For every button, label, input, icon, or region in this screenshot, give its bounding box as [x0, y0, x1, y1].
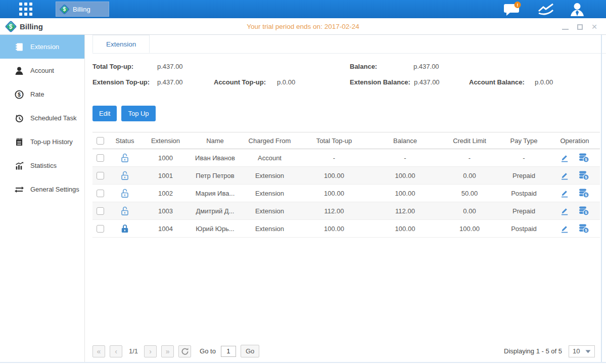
svg-text:!: ! — [517, 3, 519, 8]
account-balance-value: p.0.00 — [535, 78, 553, 86]
total-topup-cell: - — [299, 149, 369, 167]
page-size-value: 10 — [573, 347, 580, 355]
edit-pencil-icon[interactable] — [560, 206, 569, 215]
svg-text:$: $ — [585, 193, 587, 197]
row-checkbox[interactable] — [97, 207, 104, 215]
pagination-bar: « ‹ 1/1 › » Go to Go Displaying 1 - 5 of… — [92, 345, 595, 357]
page-size-select[interactable]: 10 — [569, 345, 595, 357]
credit-limit-cell: - — [441, 149, 498, 167]
extension-balance-label: Extension Balance: — [350, 78, 410, 86]
balance-cell: 100.00 — [369, 167, 441, 185]
sidebar-item-account[interactable]: Account — [0, 59, 84, 82]
topup-coins-icon[interactable]: $ — [578, 170, 589, 180]
extension-cell: 1004 — [142, 220, 190, 238]
chat-icon[interactable]: ! — [504, 2, 522, 17]
credit-limit-cell: 0.00 — [441, 202, 498, 220]
column-header: Extension — [142, 132, 190, 149]
charged-from-cell: Extension — [241, 185, 299, 202]
sidebar-item-label: Statistics — [30, 162, 57, 169]
app-grid-icon[interactable] — [18, 2, 33, 16]
column-header: Total Top-up — [299, 132, 369, 149]
row-checkbox[interactable] — [97, 190, 104, 197]
topup-coins-icon[interactable]: $ — [578, 188, 589, 198]
sidebar-item-label: Top-up History — [30, 138, 73, 146]
row-checkbox[interactable] — [97, 172, 104, 179]
extension-cell: 1000 — [142, 149, 190, 167]
sidebar-item-label: Rate — [30, 90, 44, 98]
svg-text:$: $ — [585, 210, 587, 215]
account-balance-label: Account Balance: — [469, 78, 525, 86]
topup-history-icon — [15, 138, 24, 147]
table-row: 1003Дмитрий Д...Extension112.00112.000.0… — [92, 202, 600, 220]
close-button[interactable]: × — [591, 23, 598, 30]
caret-down-icon — [585, 347, 591, 355]
name-cell: Иван Иванов — [190, 149, 241, 167]
extension-table-body: 1000Иван ИвановAccount----$1001Петр Петр… — [92, 149, 600, 238]
minimize-button[interactable] — [562, 23, 569, 30]
edit-pencil-icon[interactable] — [560, 153, 569, 162]
sidebar-item-statistics[interactable]: Statistics — [0, 154, 84, 177]
total-topup-cell: 100.00 — [299, 185, 369, 202]
extension-balance-value: p.437.00 — [414, 78, 440, 86]
operation-cell: $ — [549, 149, 600, 167]
sidebar-item-extension[interactable]: Extension — [0, 35, 84, 59]
sidebar-item-top-up-history[interactable]: Top-up History — [0, 130, 84, 154]
select-all-header — [92, 132, 108, 149]
charged-from-cell: Account — [241, 149, 299, 167]
sidebar-item-scheduled-task[interactable]: Scheduled Task — [0, 106, 84, 130]
top-up-button[interactable]: Top Up — [121, 106, 155, 121]
first-page-button[interactable]: « — [92, 345, 105, 357]
sidebar-item-general-settings[interactable]: General Settings — [0, 177, 84, 201]
taskbar-app-billing[interactable]: $ Billing — [56, 2, 109, 17]
topup-coins-icon[interactable]: $ — [578, 223, 589, 234]
page-indicator: 1/1 — [129, 347, 138, 355]
monitor-chart-icon[interactable] — [537, 3, 554, 16]
name-cell: Петр Петров — [190, 167, 241, 185]
balance-value: p.437.00 — [413, 63, 439, 70]
table-row: 1000Иван ИвановAccount----$ — [92, 149, 600, 167]
last-page-button[interactable]: » — [161, 345, 174, 357]
sidebar-item-label: Extension — [30, 43, 59, 51]
total-topup-cell: 100.00 — [299, 167, 369, 185]
sidebar-item-rate[interactable]: $Rate — [0, 82, 84, 106]
taskbar: $ Billing ! — [0, 0, 606, 18]
select-all-checkbox[interactable] — [97, 137, 104, 145]
topup-coins-icon[interactable]: $ — [578, 153, 589, 163]
lock-open-icon — [120, 171, 129, 178]
edit-pencil-icon[interactable] — [560, 189, 569, 198]
edit-pencil-icon[interactable] — [560, 224, 569, 233]
prev-page-button[interactable]: ‹ — [110, 345, 122, 357]
account-topup-label: Account Top-up: — [214, 78, 266, 86]
sidebar-item-label: General Settings — [30, 186, 79, 193]
row-checkbox[interactable] — [97, 154, 104, 162]
column-header: Balance — [369, 132, 441, 149]
topup-coins-icon[interactable]: $ — [578, 206, 589, 216]
goto-label: Go to — [200, 347, 216, 355]
lock-open-icon — [120, 153, 129, 161]
column-header: Status — [108, 132, 142, 149]
goto-page-input[interactable] — [221, 346, 236, 357]
operation-cell: $ — [549, 202, 600, 220]
statistics-icon — [15, 161, 24, 170]
billing-summary: Total Top-up: p.437.00 Balance: p.437.00… — [92, 61, 606, 93]
table-row: 1004Юрий Юрь...Extension100.00100.00100.… — [92, 220, 600, 238]
pay-type-cell: Prepaid — [498, 202, 549, 220]
credit-limit-cell: 0.00 — [441, 167, 498, 185]
svg-text:$: $ — [585, 228, 587, 233]
tab-extension[interactable]: Extension — [92, 35, 150, 53]
extension-icon — [15, 42, 24, 52]
extension-cell: 1003 — [142, 202, 190, 220]
pay-type-cell: Postpaid — [498, 185, 549, 202]
edit-pencil-icon[interactable] — [560, 171, 569, 180]
svg-text:$: $ — [18, 92, 21, 98]
charged-from-cell: Extension — [241, 220, 299, 238]
go-button[interactable]: Go — [241, 345, 259, 357]
edit-button[interactable]: Edit — [92, 106, 117, 121]
refresh-button[interactable] — [178, 345, 191, 357]
row-checkbox[interactable] — [97, 225, 104, 233]
column-header: Operation — [549, 132, 600, 149]
user-icon[interactable] — [570, 3, 585, 16]
maximize-button[interactable] — [576, 23, 583, 30]
next-page-button[interactable]: › — [144, 345, 157, 357]
trial-notice: Your trial period ends on: 2017-02-24 — [0, 23, 606, 30]
